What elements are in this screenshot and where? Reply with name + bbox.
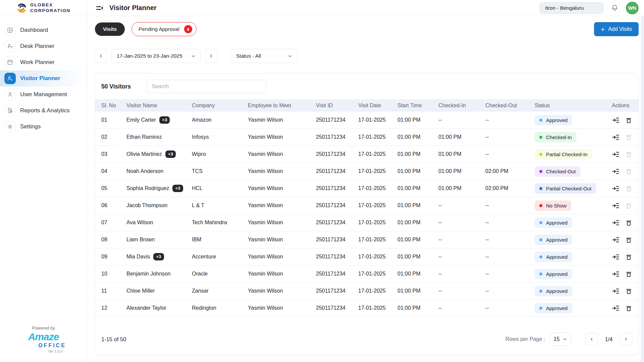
delete-button[interactable]	[625, 185, 632, 192]
sidebar-item-label: Settings	[20, 123, 41, 130]
sidebar-item-reports-analytics[interactable]: Reports & Analytics	[0, 103, 87, 119]
sidebar-item-label: Reports & Analytics	[20, 107, 69, 114]
check-in-visitor-button[interactable]	[612, 116, 620, 124]
additional-visitors-badge[interactable]: +3	[153, 253, 164, 260]
page-indicator: 1/4	[600, 336, 618, 343]
tabs-row: Visits Pending Approval 4 + Add Visits	[95, 22, 639, 36]
user-avatar[interactable]: WN	[626, 2, 639, 14]
cell-visitor-name: Jacob Thompson	[126, 202, 192, 208]
cell-actions	[612, 219, 632, 227]
check-in-visitor-button[interactable]	[612, 287, 620, 295]
cell-visit-date: 17-01-2025	[358, 220, 397, 226]
check-in-visitor-button[interactable]	[612, 270, 620, 278]
chevron-down-icon	[191, 54, 196, 59]
rows-per-page-select[interactable]: 15	[550, 333, 571, 346]
work-planner-icon	[4, 57, 16, 68]
visitors-card: 50 Visitors Sl. No Visitor Name Company …	[95, 73, 639, 355]
sidebar-item-work-planner[interactable]: Work Planner	[0, 54, 87, 70]
cell-status: Checked-Out	[535, 166, 612, 177]
cell-status: Approved	[535, 235, 612, 245]
check-in-visitor-button[interactable]	[612, 185, 620, 192]
delete-button[interactable]	[625, 202, 632, 209]
scrollbar[interactable]	[641, 16, 644, 362]
cell-checked-out: --	[485, 254, 535, 260]
location-selector[interactable]: Itron - Bengaluru	[540, 2, 603, 14]
check-in-visitor-button[interactable]	[612, 236, 620, 244]
search-input[interactable]	[147, 80, 267, 93]
sidebar-item-settings[interactable]: Settings	[0, 119, 87, 135]
cell-actions	[612, 202, 632, 209]
cell-start-time: 01:00 PM	[397, 151, 438, 157]
tab-pending-approval[interactable]: Pending Approval 4	[131, 22, 197, 36]
tab-visits[interactable]: Visits	[95, 22, 125, 36]
trash-icon	[625, 305, 632, 312]
cell-checked-in: --	[438, 237, 485, 243]
delete-button[interactable]	[625, 117, 632, 124]
check-in-visitor-button[interactable]	[612, 219, 620, 227]
status-label: No Show	[546, 203, 567, 208]
additional-visitors-badge[interactable]: +3	[165, 150, 176, 158]
check-in-visitor-button[interactable]	[612, 150, 620, 158]
check-in-visitor-button[interactable]	[612, 202, 620, 209]
status-filter-select[interactable]: Status - All	[230, 49, 298, 63]
column-header-employee-to-meet: Employee to Meet	[248, 103, 316, 109]
check-in-icon	[612, 236, 620, 244]
cell-actions	[612, 185, 632, 192]
delete-button[interactable]	[625, 219, 632, 226]
status-badge: Approved	[535, 218, 572, 228]
cell-actions	[612, 287, 632, 295]
check-in-visitor-button[interactable]	[612, 133, 620, 141]
status-label: Approved	[546, 117, 568, 123]
date-range-select[interactable]: 17-Jan-2025 to 23-Jan-2025	[111, 49, 201, 63]
column-header-visitor-name: Visitor Name	[126, 103, 192, 109]
check-in-visitor-button[interactable]	[612, 304, 620, 312]
cell-visit-id: 2501171234	[316, 254, 358, 260]
next-page-button[interactable]	[620, 333, 632, 346]
delete-button[interactable]	[625, 134, 632, 141]
cell-visit-date: 17-01-2025	[358, 185, 397, 191]
delete-button[interactable]	[625, 253, 632, 260]
cell-checked-out: --	[485, 237, 535, 243]
sidebar-item-label: User Management	[20, 91, 67, 98]
check-in-icon	[612, 253, 620, 261]
column-header-checked-out: Checked-Out	[485, 103, 535, 109]
cell-status: Approved	[535, 252, 612, 262]
cell-visit-id: 2501171234	[316, 288, 358, 294]
trash-icon	[625, 117, 632, 124]
delete-button[interactable]	[625, 168, 632, 175]
add-visits-button[interactable]: + Add Visits	[594, 22, 639, 36]
brand-logo: GLOBEX CORPORATION	[0, 0, 87, 16]
delete-button[interactable]	[625, 151, 632, 158]
notification-bell-icon[interactable]	[611, 4, 619, 12]
cell-visit-date: 17-01-2025	[358, 237, 397, 243]
cell-sl-no: 09	[101, 254, 126, 260]
previous-page-button[interactable]	[585, 333, 598, 346]
sidebar-item-user-management[interactable]: User Management	[0, 86, 87, 103]
sidebar-item-desk-planner[interactable]: Desk Planner	[0, 38, 87, 54]
delete-button[interactable]	[625, 305, 632, 312]
next-week-button[interactable]	[205, 49, 217, 63]
cell-visitor-name: Ava Wilson	[126, 220, 192, 226]
visitor-name-text: Noah Anderson	[126, 168, 163, 174]
visitor-name-text: Liam Brown	[126, 237, 155, 243]
status-badge: Partial Checked-In	[535, 149, 592, 160]
additional-visitors-badge[interactable]: +3	[172, 185, 183, 192]
cell-actions	[612, 304, 632, 312]
sidebar-item-dashboard[interactable]: Dashboard	[0, 22, 87, 38]
cell-visitor-name: Ethan Ramirez	[126, 134, 192, 140]
filter-row: 17-Jan-2025 to 23-Jan-2025 Status - All	[95, 49, 639, 63]
delete-button[interactable]	[625, 236, 632, 243]
cell-visitor-name: Sophia Rodriguez +3	[126, 185, 192, 192]
check-in-visitor-button[interactable]	[612, 253, 620, 261]
sidebar-collapse-icon[interactable]	[95, 4, 104, 12]
delete-button[interactable]	[625, 270, 632, 278]
table-footer: 1-15 of 50 Rows per Page : 15 1/4	[95, 333, 638, 355]
cell-start-time: 01:00 PM	[397, 237, 438, 243]
sidebar-item-visitor-planner[interactable]: Visitor Planner	[0, 70, 87, 86]
previous-week-button[interactable]	[95, 49, 107, 63]
check-in-visitor-button[interactable]	[612, 168, 620, 175]
cell-company: HCL	[192, 185, 248, 191]
delete-button[interactable]	[625, 288, 632, 295]
cell-start-time: 01:00 PM	[397, 305, 438, 311]
additional-visitors-badge[interactable]: +3	[159, 116, 170, 124]
